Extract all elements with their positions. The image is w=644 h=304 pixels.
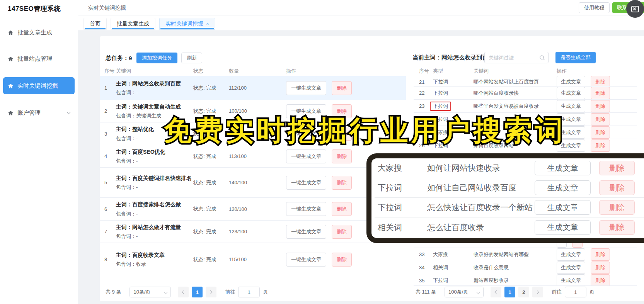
total-tasks-count: 9 <box>129 55 132 61</box>
delete-button[interactable]: 删除 <box>591 113 610 126</box>
page-size-select[interactable]: 100条/页 <box>445 287 484 297</box>
magnifier-callout-box: 大家搜 如何让网站快速收录 生成文章 删除 下拉词 如何让自己网站收录百度 生成… <box>366 153 644 243</box>
close-icon[interactable]: × <box>206 21 209 27</box>
goto-page-input[interactable] <box>565 287 586 297</box>
task-table-row[interactable]: 8 主词：百度收录文章 包含词：收录 状态: 完成 115/100 一键生成文章… <box>100 243 406 276</box>
task-table-row[interactable]: 6 主词：百度搜索排名怎么做 包含词：- 状态: 完成 120/100 一键生成… <box>100 198 406 221</box>
one-key-generate-button[interactable]: 一键生成文章 <box>286 202 326 216</box>
delete-button[interactable]: 删除 <box>591 100 610 112</box>
keyword-table-row[interactable]: 33 大家搜 收录好的发帖网站有哪些 生成文章 删除 <box>414 248 637 261</box>
delete-button[interactable]: 删除 <box>599 200 635 215</box>
page-button-1[interactable]: 1 <box>504 287 515 297</box>
tab-实时关键词挖掘[interactable]: 实时关键词挖掘 × <box>159 18 215 30</box>
sidebar-item-批量文章生成[interactable]: 批量文章生成 <box>3 25 75 40</box>
keyword-type: 大家搜 <box>433 251 448 257</box>
delete-button[interactable]: 删除 <box>591 248 610 261</box>
generate-article-button[interactable]: 生成文章 <box>557 274 585 286</box>
arrow-right-icon <box>535 290 539 294</box>
keyword-table-row[interactable]: 21 下拉词 哪个网站发帖可以上百度首页 生成文章 删除 <box>414 76 637 87</box>
sidebar-item-实时关键词挖掘[interactable]: 实时关键词挖掘 <box>3 77 75 94</box>
tab-批量文章生成[interactable]: 批量文章生成 <box>111 18 155 30</box>
add-task-button[interactable]: 添加挖词任务 <box>136 53 177 63</box>
keyword-type: 大家搜 <box>378 163 427 173</box>
page-title: 实时关键词挖掘 <box>88 5 126 12</box>
generate-article-button[interactable]: 生成文章 <box>557 87 585 99</box>
task-keyword: 主词：百度关键词排名快速排名 <box>116 174 193 182</box>
prev-page-button[interactable] <box>178 287 189 297</box>
task-table-row[interactable]: 1 主词：网站怎么收录到百度 包含词：- 状态: 完成 112/100 一键生成… <box>100 76 406 100</box>
page-size-select[interactable]: 10条/页 <box>129 287 171 297</box>
page-button-2[interactable]: 2 <box>518 287 529 297</box>
tab-label: 首页 <box>90 20 101 27</box>
generate-article-button[interactable]: 生成文章 <box>557 248 585 261</box>
generate-all-button[interactable]: 是否生成全部 <box>555 52 596 63</box>
keyword-type: 相关词 <box>433 265 448 270</box>
delete-button[interactable]: 删除 <box>591 139 610 152</box>
keyword-table-row[interactable]: 23 下拉词 哪些平台发文容易被百度收录 生成文章 删除 <box>414 100 637 113</box>
help-button[interactable]: 使用教程 <box>579 2 610 13</box>
col-status: 状态 <box>193 68 229 75</box>
col-keyword: 关键词 <box>116 68 193 75</box>
task-table-row[interactable]: 7 主词：网站怎么做才有流量 包含词：- 状态: 完成 123/100 一键生成… <box>100 221 406 243</box>
generate-article-button[interactable]: 生成文章 <box>557 100 585 112</box>
page-size-value: 100条/页 <box>448 289 468 296</box>
next-page-button[interactable] <box>532 287 543 297</box>
task-include-words: 包含词：- <box>116 233 193 240</box>
delete-button[interactable]: 删除 <box>332 225 352 239</box>
delete-button[interactable]: 删除 <box>591 126 610 139</box>
goto-page-input[interactable] <box>238 287 260 297</box>
generate-article-button[interactable]: 生成文章 <box>557 76 585 87</box>
page-button-1[interactable]: 1 <box>192 287 203 297</box>
delete-button[interactable]: 删除 <box>591 76 610 87</box>
delete-button[interactable]: 删除 <box>332 202 352 216</box>
next-page-button[interactable] <box>206 287 216 297</box>
delete-button[interactable]: 删除 <box>332 176 352 190</box>
keyword-table-row[interactable]: 35 下拉词 新站百度秒收录 生成文章 删除 <box>414 274 637 286</box>
delete-button[interactable]: 删除 <box>591 87 610 99</box>
delete-button[interactable]: 删除 <box>332 149 352 163</box>
delete-button[interactable]: 删除 <box>332 253 352 267</box>
delete-button[interactable]: 删除 <box>591 274 610 286</box>
floating-close-widget[interactable] <box>626 0 644 18</box>
delete-button[interactable]: 删除 <box>591 262 610 274</box>
task-include-words: 包含词：- <box>116 211 193 217</box>
arrow-right-icon <box>209 290 213 294</box>
chevron-down-icon <box>67 110 71 114</box>
delete-button[interactable]: 删除 <box>332 81 352 95</box>
generate-article-button[interactable]: 生成文章 <box>535 161 591 175</box>
col-index: 序号 <box>419 68 433 75</box>
one-key-generate-button[interactable]: 一键生成文章 <box>286 225 326 239</box>
delete-button[interactable]: 删除 <box>599 161 635 175</box>
generate-article-button[interactable]: 生成文章 <box>557 262 585 274</box>
delete-button[interactable]: . <box>572 243 583 248</box>
sidebar-item-批量站点管理[interactable]: 批量站点管理 <box>3 51 75 66</box>
one-key-generate-button[interactable]: 一键生成文章 <box>286 149 326 163</box>
delete-button[interactable]: 删除 <box>599 220 635 235</box>
keyword-filter-input[interactable] <box>485 52 548 63</box>
generate-article-button[interactable]: 生成文章 <box>535 220 591 235</box>
page-unit-label: 页 <box>589 289 595 296</box>
col-quantity: 数量 <box>229 68 286 75</box>
sidebar-item-账户管理[interactable]: 账户管理 <box>3 105 75 121</box>
row-index: 8 <box>104 256 116 262</box>
tab-label: 实时关键词挖掘 <box>165 20 203 27</box>
one-key-generate-button[interactable]: 一键生成文章 <box>286 176 326 190</box>
tab-首页[interactable]: 首页 <box>83 18 107 30</box>
generate-article-button[interactable]: 生成文章 <box>535 200 591 215</box>
home-icon <box>8 83 14 89</box>
generate-article-button[interactable]: 生成文章 <box>535 180 591 195</box>
sidebar-item-label: 实时关键词挖掘 <box>17 82 58 90</box>
task-table-row[interactable]: 5 主词：百度关键词排名快速排名 包含词：- 状态: 完成 140/100 一键… <box>100 168 406 198</box>
col-type: 类型 <box>433 68 474 75</box>
goto-label: 前往 <box>552 289 562 296</box>
keyword-table-row[interactable]: 22 下拉词 哪个网站百度收录快 生成文章 删除 <box>414 87 637 100</box>
keyword-type: 相关词 <box>378 222 427 233</box>
delete-button[interactable]: 删除 <box>599 180 635 195</box>
generate-article-button[interactable]: . <box>557 243 567 248</box>
refresh-button[interactable]: 刷新 <box>181 53 202 63</box>
keyword-table-row[interactable]: 34 相关词 收录是什么意思 生成文章 删除 <box>414 261 637 274</box>
prev-page-button[interactable] <box>491 287 501 297</box>
keyword-type: 下拉词 <box>433 90 448 96</box>
one-key-generate-button[interactable]: 一键生成文章 <box>286 253 326 267</box>
one-key-generate-button[interactable]: 一键生成文章 <box>286 81 326 95</box>
